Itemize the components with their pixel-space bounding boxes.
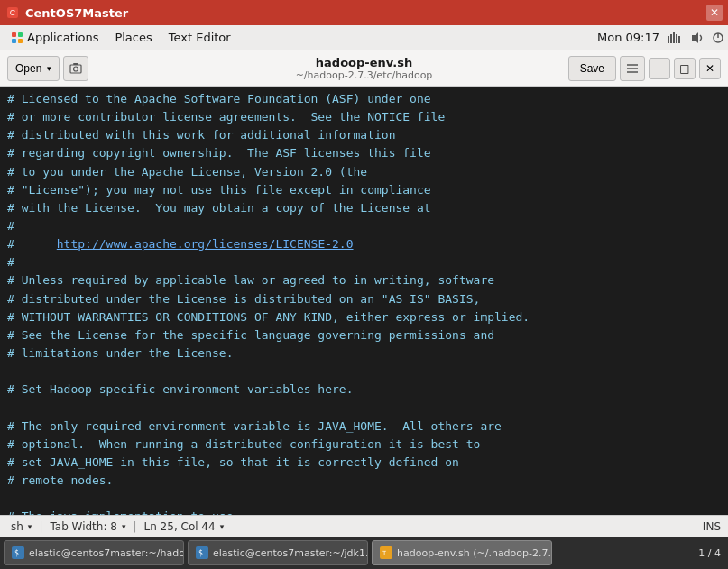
svg-rect-14 <box>70 65 81 73</box>
editor-line: # or more contributor license agreements… <box>7 108 721 126</box>
editor-line: # optional. When running a distributed c… <box>7 436 721 454</box>
titlebar-title: CentOS7Master <box>25 6 706 20</box>
editor-line: # The only required environment variable… <box>7 418 721 436</box>
toolbar-center: hadoop-env.sh ~/hadoop-2.7.3/etc/hadoop <box>296 56 433 81</box>
taskbar-item-0[interactable]: $ elastic@centos7master:~/hadoop... <box>4 540 184 565</box>
editor-line: # distributed under the License is distr… <box>7 290 721 308</box>
texteditor-label: Text Editor <box>169 31 231 44</box>
editor-line: # Licensed to the Apache Software Founda… <box>7 90 721 108</box>
language-label: sh <box>11 520 23 533</box>
open-dropdown-arrow: ▾ <box>47 64 51 73</box>
editor-line: # set JAVA_HOME in this file, so that it… <box>7 454 721 472</box>
svg-rect-4 <box>12 39 16 43</box>
toolbar-left: Open ▾ <box>7 56 88 81</box>
editor-line: # regarding copyright ownership. The ASF… <box>7 144 721 162</box>
close-window-button[interactable]: ✕ <box>699 58 721 79</box>
taskbar-item-1[interactable]: $ elastic@centos7master:~/jdk1.8... <box>188 540 368 565</box>
svg-marker-11 <box>692 32 698 43</box>
svg-rect-6 <box>668 36 669 43</box>
tabwidth-dropdown: ▾ <box>122 522 126 531</box>
toolbar-filename: hadoop-env.sh <box>296 56 433 69</box>
editor-line: # Unless required by applicable law or a… <box>7 271 721 289</box>
places-label: Places <box>115 31 152 44</box>
svg-text:C: C <box>10 8 16 17</box>
svg-rect-2 <box>12 32 16 37</box>
tabwidth-status[interactable]: Tab Width: 8 ▾ <box>46 519 129 534</box>
editor-line: # The java implementation to use. <box>7 508 721 515</box>
editor-line: # <box>7 253 721 271</box>
svg-point-15 <box>74 67 78 71</box>
hamburger-icon <box>626 63 639 74</box>
svg-rect-16 <box>73 63 78 65</box>
power-area[interactable] <box>712 32 724 44</box>
taskbar-item-2[interactable]: T hadoop-env.sh (~/.hadoop-2.7.3/e... <box>372 540 552 565</box>
menu-button[interactable] <box>620 56 645 81</box>
editor-line: # limitations under the License. <box>7 344 721 363</box>
editor-line <box>7 490 721 508</box>
titlebar-close-button[interactable]: ✕ <box>706 5 723 21</box>
titlebar-icon: C <box>5 5 20 20</box>
texteditor-menu[interactable]: Text Editor <box>161 28 238 47</box>
editor-line: # "License"); you may not use this file … <box>7 181 721 199</box>
position-label: Ln 25, Col 44 <box>144 520 216 533</box>
svg-rect-9 <box>676 34 677 43</box>
toolbar-right: Save — □ ✕ <box>568 56 721 81</box>
editor-line <box>7 363 721 381</box>
svg-rect-10 <box>678 36 680 43</box>
maximize-button[interactable]: □ <box>674 58 696 79</box>
minimize-button[interactable]: — <box>649 58 670 79</box>
editor-line: # http://www.apache.org/licenses/LICENSE… <box>7 235 721 253</box>
taskbar-label-2: hadoop-env.sh (~/.hadoop-2.7.3/e... <box>397 547 552 559</box>
open-label: Open <box>15 62 41 75</box>
language-status[interactable]: sh ▾ <box>7 519 35 534</box>
ins-mode: INS <box>703 520 721 533</box>
editor-line <box>7 399 721 417</box>
clock: Mon 09:17 <box>597 31 659 44</box>
toolbar: Open ▾ hadoop-env.sh ~/hadoop-2.7.3/etc/… <box>0 50 728 87</box>
svg-rect-5 <box>18 39 23 43</box>
camera-icon <box>69 62 82 75</box>
position-dropdown: ▾ <box>220 522 225 531</box>
svg-text:$: $ <box>14 549 19 557</box>
toolbar-path: ~/hadoop-2.7.3/etc/hadoop <box>296 69 433 81</box>
editor-line: # to you under the Apache License, Versi… <box>7 163 721 181</box>
tabwidth-label: Tab Width: 8 <box>50 520 116 533</box>
menubar-right: Mon 09:17 <box>597 31 724 44</box>
applications-menu[interactable]: Applications <box>4 28 106 47</box>
volume-area[interactable] <box>690 32 705 44</box>
menubar: Applications Places Text Editor Mon 09:1… <box>0 25 728 50</box>
svg-rect-7 <box>670 34 672 43</box>
power-icon <box>712 32 724 44</box>
taskbar-page: 1 / 4 <box>698 547 724 559</box>
titlebar: C CentOS7Master ✕ <box>0 0 728 25</box>
applications-label: Applications <box>27 31 98 44</box>
statusbar-right: INS <box>703 520 721 533</box>
svg-text:$: $ <box>198 549 203 557</box>
position-status[interactable]: Ln 25, Col 44 ▾ <box>141 519 228 534</box>
applications-icon <box>11 32 23 44</box>
editor-taskbar-icon: T <box>380 546 392 559</box>
menubar-left: Applications Places Text Editor <box>4 28 597 47</box>
places-menu[interactable]: Places <box>107 28 159 47</box>
editor-line: # distributed with this work for additio… <box>7 126 721 144</box>
editor-line: # WITHOUT WARRANTIES OR CONDITIONS OF AN… <box>7 308 721 326</box>
save-button[interactable]: Save <box>568 56 616 81</box>
network-icon <box>667 32 683 44</box>
terminal-icon-0: $ <box>12 546 24 559</box>
editor[interactable]: # Licensed to the Apache Software Founda… <box>0 87 728 515</box>
terminal-icon-1: $ <box>196 546 208 559</box>
taskbar: $ elastic@centos7master:~/hadoop... $ el… <box>0 537 728 569</box>
editor-line: # <box>7 217 721 235</box>
taskbar-label-0: elastic@centos7master:~/hadoop... <box>29 547 184 559</box>
taskbar-label-1: elastic@centos7master:~/jdk1.8... <box>213 547 368 559</box>
volume-icon <box>690 32 705 44</box>
statusbar: sh ▾ | Tab Width: 8 ▾ | Ln 25, Col 44 ▾ … <box>0 515 728 537</box>
open-button[interactable]: Open ▾ <box>7 56 60 81</box>
editor-line: # with the License. You may obtain a cop… <box>7 199 721 217</box>
editor-line: # remote nodes. <box>7 472 721 490</box>
editor-line: # See the License for the specific langu… <box>7 326 721 344</box>
screenshot-button[interactable] <box>63 56 88 81</box>
network-area[interactable] <box>667 32 683 44</box>
svg-rect-3 <box>18 32 23 37</box>
editor-line: # Set Hadoop-specific environment variab… <box>7 381 721 399</box>
